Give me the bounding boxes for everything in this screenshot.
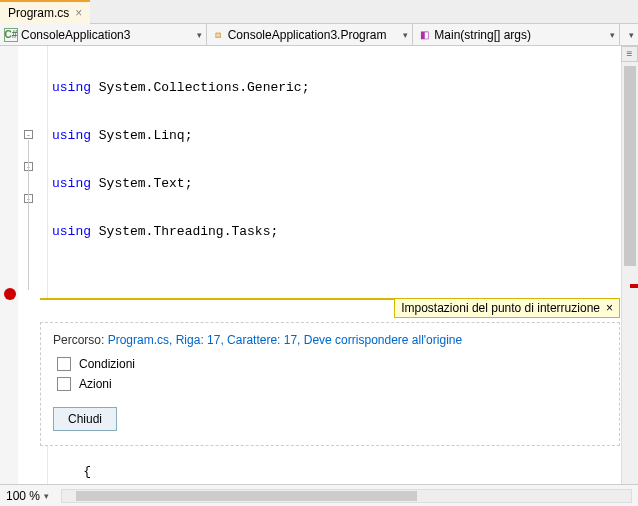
panel-body: Percorso: Program.cs, Riga: 17, Caratter… bbox=[40, 322, 620, 446]
scroll-thumb[interactable] bbox=[76, 491, 417, 501]
path-label: Percorso: bbox=[53, 333, 108, 347]
nav-method-label: Main(string[] args) bbox=[434, 28, 531, 42]
scroll-thumb[interactable] bbox=[624, 66, 636, 266]
panel-titlebar: Impostazioni del punto di interruzione × bbox=[394, 298, 620, 318]
nav-extra[interactable]: ▾ bbox=[620, 24, 638, 45]
close-button[interactable]: Chiudi bbox=[53, 407, 117, 431]
breakpoint-margin[interactable] bbox=[0, 46, 18, 484]
nav-project[interactable]: C# ConsoleApplication3 ▾ bbox=[0, 24, 207, 45]
nav-class-label: ConsoleApplication3.Program bbox=[228, 28, 387, 42]
outline-toggle[interactable]: - bbox=[24, 130, 33, 139]
chevron-down-icon: ▾ bbox=[610, 30, 615, 40]
path-row: Percorso: Program.cs, Riga: 17, Caratter… bbox=[53, 333, 607, 347]
csharp-icon: C# bbox=[4, 28, 18, 42]
breakpoint-dot[interactable] bbox=[4, 288, 16, 300]
horizontal-scrollbar[interactable] bbox=[61, 489, 632, 503]
chevron-down-icon: ▾ bbox=[197, 30, 202, 40]
path-link[interactable]: Program.cs, Riga: 17, Carattere: 17, Dev… bbox=[108, 333, 462, 347]
chevron-down-icon[interactable]: ▾ bbox=[44, 491, 49, 501]
conditions-label: Condizioni bbox=[79, 357, 135, 371]
checkbox[interactable] bbox=[57, 377, 71, 391]
breakpoint-settings-panel: Impostazioni del punto di interruzione ×… bbox=[40, 298, 620, 446]
vertical-scrollbar[interactable] bbox=[621, 46, 638, 484]
nav-method[interactable]: ◧ Main(string[] args) ▾ bbox=[413, 24, 620, 45]
nav-bar: C# ConsoleApplication3 ▾ ⧈ ConsoleApplic… bbox=[0, 24, 638, 46]
panel-title: Impostazioni del punto di interruzione bbox=[401, 301, 600, 315]
chevron-down-icon: ▾ bbox=[403, 30, 408, 40]
conditions-row[interactable]: Condizioni bbox=[57, 357, 607, 371]
zoom-level[interactable]: 100 % bbox=[6, 489, 40, 503]
file-tab[interactable]: Program.cs × bbox=[0, 0, 90, 24]
tab-bar: Program.cs × bbox=[0, 0, 638, 24]
split-editor-button[interactable]: ≡ bbox=[621, 46, 638, 62]
breakpoint-marker bbox=[630, 284, 638, 288]
actions-row[interactable]: Azioni bbox=[57, 377, 607, 391]
actions-label: Azioni bbox=[79, 377, 112, 391]
statusbar: 100 % ▾ bbox=[0, 484, 638, 506]
method-icon: ◧ bbox=[417, 28, 431, 42]
close-icon[interactable]: × bbox=[606, 301, 613, 315]
tab-title: Program.cs bbox=[8, 6, 69, 20]
close-icon[interactable]: × bbox=[75, 6, 82, 20]
nav-class[interactable]: ⧈ ConsoleApplication3.Program ▾ bbox=[207, 24, 414, 45]
chevron-down-icon: ▾ bbox=[629, 30, 634, 40]
class-icon: ⧈ bbox=[211, 28, 225, 42]
nav-project-label: ConsoleApplication3 bbox=[21, 28, 130, 42]
checkbox[interactable] bbox=[57, 357, 71, 371]
